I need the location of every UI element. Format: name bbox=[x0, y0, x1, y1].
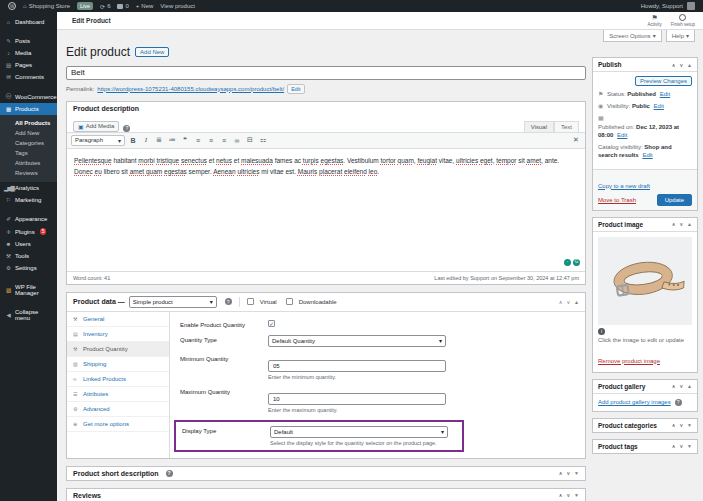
virtual-checkbox[interactable] bbox=[247, 298, 254, 305]
move-to-trash-link[interactable]: Move to Trash bbox=[598, 197, 636, 203]
toggle-panel-icon[interactable]: ▲ bbox=[574, 299, 579, 305]
sidebar-item-media[interactable]: ♪Media bbox=[0, 47, 57, 59]
sidebar-item-comments[interactable]: ✉Comments bbox=[0, 71, 57, 83]
move-up-icon[interactable]: ∧ bbox=[672, 443, 676, 449]
move-up-icon[interactable]: ∧ bbox=[559, 470, 563, 476]
align-left-button[interactable]: ≡ bbox=[193, 135, 203, 146]
downloadable-checkbox[interactable] bbox=[286, 298, 293, 305]
copy-to-draft-link[interactable]: Copy to a new draft bbox=[598, 183, 650, 189]
distraction-free-button[interactable]: ✕ bbox=[571, 135, 581, 146]
preview-changes-button[interactable]: Preview Changes bbox=[635, 76, 692, 86]
link-button[interactable]: ∞ bbox=[232, 135, 242, 146]
move-down-icon[interactable]: ∨ bbox=[566, 492, 570, 498]
help-icon[interactable]: ? bbox=[166, 470, 173, 477]
enable-quantity-checkbox[interactable]: ✓ bbox=[268, 320, 275, 327]
toggle-panel-icon[interactable]: ▼ bbox=[574, 492, 579, 498]
move-down-icon[interactable]: ∨ bbox=[566, 299, 570, 305]
view-product-link[interactable]: View product bbox=[160, 3, 195, 9]
grammarly-icon[interactable]: G bbox=[573, 259, 580, 266]
submenu-item-tags[interactable]: Tags bbox=[0, 148, 57, 158]
sidebar-item-woocommerce[interactable]: ⓌWooCommerce bbox=[0, 90, 57, 103]
toggle-panel-icon[interactable]: ▼ bbox=[687, 443, 692, 449]
submenu-item-all-products[interactable]: All Products bbox=[0, 118, 57, 128]
help-button[interactable]: Help ▾ bbox=[666, 30, 695, 42]
move-down-icon[interactable]: ∨ bbox=[679, 221, 683, 227]
move-down-icon[interactable]: ∨ bbox=[566, 470, 570, 476]
remove-product-image-link[interactable]: Remove product image bbox=[598, 358, 660, 364]
help-icon[interactable]: ? bbox=[123, 125, 130, 132]
edit-published-link[interactable]: Edit bbox=[617, 132, 627, 138]
sidebar-item-tools[interactable]: ⚒Tools bbox=[0, 250, 57, 262]
screen-options-button[interactable]: Screen Options ▾ bbox=[603, 30, 661, 42]
finish-setup-button[interactable]: Finish setup bbox=[671, 14, 695, 27]
move-up-icon[interactable]: ∧ bbox=[559, 492, 563, 498]
quantity-type-select[interactable]: Default Quantity ▾ bbox=[268, 335, 446, 347]
product-data-tab-inventory[interactable]: ▤Inventory bbox=[67, 327, 169, 342]
display-type-select[interactable]: Default ▾ bbox=[270, 426, 448, 438]
help-icon[interactable]: ? bbox=[225, 298, 232, 305]
sidebar-item-marketing[interactable]: ⚐Marketing bbox=[0, 194, 57, 206]
move-down-icon[interactable]: ∨ bbox=[679, 62, 683, 68]
maximum-quantity-input[interactable] bbox=[268, 393, 446, 405]
toggle-panel-icon[interactable]: ▲ bbox=[687, 383, 692, 389]
tab-text[interactable]: Text bbox=[554, 121, 579, 132]
product-data-tab-linked-products[interactable]: ∞Linked Products bbox=[67, 372, 169, 387]
submenu-item-categories[interactable]: Categories bbox=[0, 138, 57, 148]
product-data-tab-attributes[interactable]: ☰Attributes bbox=[67, 387, 169, 402]
submenu-item-attributes[interactable]: Attributes bbox=[0, 158, 57, 168]
sidebar-item-plugins[interactable]: ✛Plugins5 bbox=[0, 225, 57, 238]
sidebar-item-dashboard[interactable]: ⌂Dashboard bbox=[0, 16, 57, 28]
product-data-tab-general[interactable]: ⚒General bbox=[67, 312, 169, 327]
bulleted-list-button[interactable]: ≣ bbox=[154, 135, 164, 146]
move-up-icon[interactable]: ∧ bbox=[672, 221, 676, 227]
move-down-icon[interactable]: ∨ bbox=[679, 383, 683, 389]
move-up-icon[interactable]: ∧ bbox=[672, 383, 676, 389]
align-center-button[interactable]: ≡ bbox=[206, 135, 216, 146]
permalink-edit-button[interactable]: Edit bbox=[287, 84, 304, 94]
add-new-button[interactable]: Add New bbox=[135, 47, 169, 57]
activity-button[interactable]: ⚑ Activity bbox=[647, 14, 661, 27]
submenu-item-add-new[interactable]: Add New bbox=[0, 128, 57, 138]
sidebar-item-wp-file-manager[interactable]: ▨WP File Manager bbox=[0, 281, 57, 299]
permalink-url-link[interactable]: https://wordpress-1075231-4080155.cloudw… bbox=[97, 86, 284, 92]
edit-visibility-link[interactable]: Edit bbox=[654, 103, 664, 109]
add-gallery-images-link[interactable]: Add product gallery images bbox=[598, 399, 671, 405]
help-icon[interactable]: ? bbox=[675, 399, 682, 406]
move-up-icon[interactable]: ∧ bbox=[672, 422, 676, 428]
product-data-tab-advanced[interactable]: ⚙Advanced bbox=[67, 402, 169, 417]
toggle-panel-icon[interactable]: ▼ bbox=[574, 470, 579, 476]
submenu-item-reviews[interactable]: Reviews bbox=[0, 168, 57, 178]
update-button[interactable]: Update bbox=[657, 194, 692, 206]
italic-button[interactable]: I bbox=[141, 135, 151, 146]
pin-icon[interactable]: ◦ bbox=[564, 259, 571, 266]
move-down-icon[interactable]: ∨ bbox=[679, 443, 683, 449]
product-data-tab-get-more-options[interactable]: ⊕Get more options bbox=[67, 417, 169, 432]
toggle-panel-icon[interactable]: ▲ bbox=[687, 221, 692, 227]
edit-catalog-link[interactable]: Edit bbox=[642, 152, 652, 158]
bold-button[interactable]: B bbox=[128, 135, 138, 146]
new-menu[interactable]: + New bbox=[136, 3, 154, 9]
move-down-icon[interactable]: ∨ bbox=[679, 422, 683, 428]
move-up-icon[interactable]: ∧ bbox=[672, 62, 676, 68]
wordpress-menu[interactable]: W bbox=[8, 2, 16, 10]
paragraph-select[interactable]: Paragraph ▾ bbox=[71, 135, 125, 146]
minimum-quantity-input[interactable] bbox=[268, 360, 446, 372]
sidebar-item-collapse-menu[interactable]: ◀Collapse menu bbox=[0, 306, 57, 324]
toggle-panel-icon[interactable]: ▲ bbox=[687, 62, 692, 68]
blockquote-button[interactable]: ❝ bbox=[180, 135, 190, 146]
more-tag-button[interactable]: ⊟ bbox=[245, 135, 255, 146]
add-media-button[interactable]: ▣ Add Media bbox=[73, 121, 119, 132]
sidebar-item-products[interactable]: ▦Products bbox=[0, 103, 57, 115]
align-right-button[interactable]: ≡ bbox=[219, 135, 229, 146]
comments-indicator[interactable]: 0 bbox=[117, 3, 128, 9]
image-info-icon[interactable]: i bbox=[598, 328, 605, 335]
move-up-icon[interactable]: ∧ bbox=[559, 299, 563, 305]
updates-indicator[interactable]: ⟳ 6 bbox=[100, 3, 110, 10]
sidebar-item-analytics[interactable]: ▂▅▇Analytics bbox=[0, 182, 57, 194]
howdy-menu[interactable]: Howdy, Support bbox=[641, 2, 695, 10]
sidebar-item-posts[interactable]: ✎Posts bbox=[0, 35, 57, 47]
tab-visual[interactable]: Visual bbox=[524, 121, 554, 132]
product-data-tab-shipping[interactable]: ▥Shipping bbox=[67, 357, 169, 372]
editor-content[interactable]: Pellentesque habitant morbi tristique se… bbox=[67, 149, 585, 271]
product-data-tab-product-quantity[interactable]: ⚒Product Quantity bbox=[67, 342, 169, 357]
